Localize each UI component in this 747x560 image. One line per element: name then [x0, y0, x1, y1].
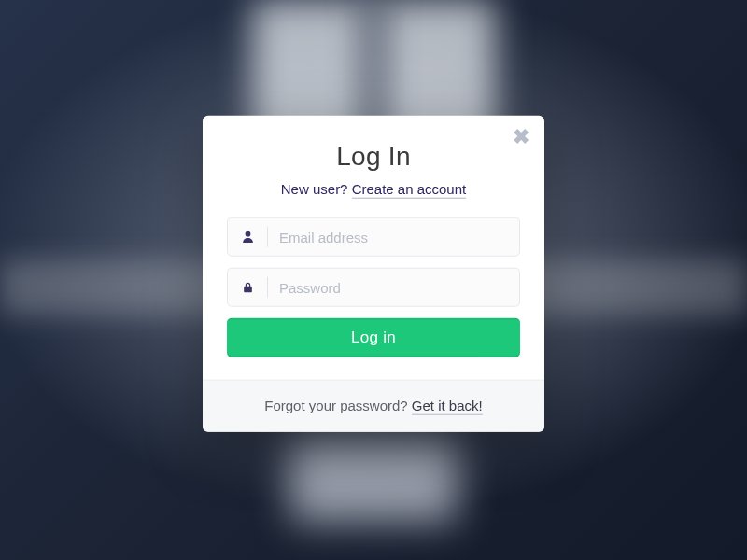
modal-footer: Forgot your password? Get it back! — [203, 380, 544, 432]
password-input[interactable] — [268, 279, 519, 295]
modal-body: Log In New user? Create an account Log i… — [203, 116, 544, 380]
modal-title: Log In — [227, 142, 520, 172]
email-input[interactable] — [268, 229, 519, 245]
email-field-wrapper — [227, 217, 520, 257]
create-account-link[interactable]: Create an account — [352, 181, 467, 199]
login-form: Log in — [227, 217, 520, 357]
lock-icon — [228, 280, 267, 295]
modal-subtitle: New user? Create an account — [227, 181, 520, 197]
background-blur-block — [289, 439, 458, 523]
login-modal: ✖ Log In New user? Create an account Log — [203, 116, 544, 432]
new-user-label: New user? — [281, 181, 352, 197]
password-field-wrapper — [227, 268, 520, 307]
forgot-password-label: Forgot your password? — [264, 398, 412, 413]
forgot-password-link[interactable]: Get it back! — [412, 398, 483, 415]
login-button[interactable]: Log in — [227, 318, 520, 357]
close-icon[interactable]: ✖ — [511, 127, 531, 147]
svg-point-0 — [245, 231, 250, 237]
user-icon — [228, 230, 267, 245]
